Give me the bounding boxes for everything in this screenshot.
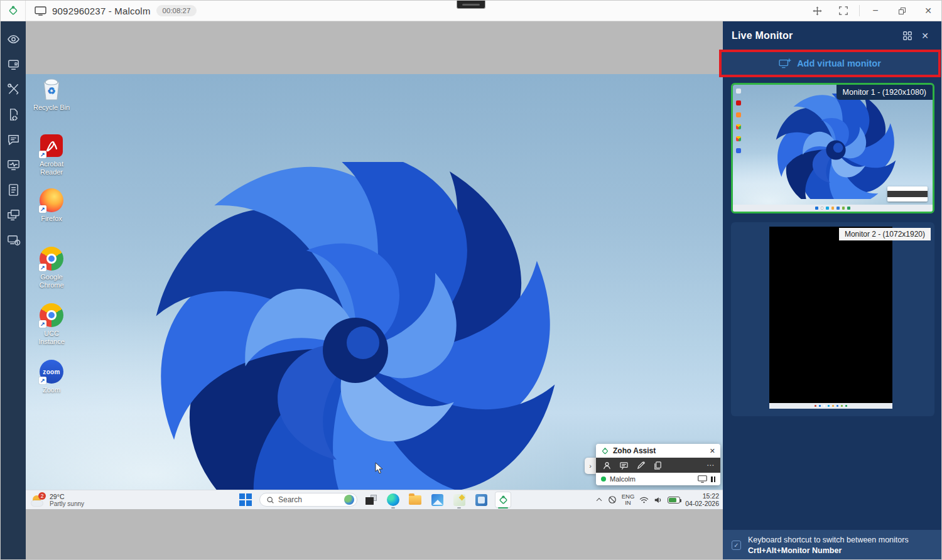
system-info-icon[interactable] [1, 227, 26, 252]
wifi-icon[interactable] [639, 496, 649, 504]
search-label: Search [278, 495, 340, 504]
session-title: 9092960237 - Malcolm [52, 6, 151, 16]
weather-temp: 29°C [50, 493, 84, 500]
desktop-icon-label: Acrobat Reader [31, 160, 72, 176]
weather-widget[interactable]: 2 29°C Partly sunny [31, 492, 84, 507]
annotate-pen-icon[interactable] [636, 461, 646, 470]
edge-button[interactable] [385, 492, 401, 508]
clock[interactable]: 15:22 04-02-2026 [685, 492, 719, 507]
monitor-icon[interactable] [698, 475, 707, 483]
session-notes-icon[interactable] [1, 177, 26, 202]
notifications-off-icon[interactable] [608, 495, 617, 504]
session-timer: 00:08:27 [156, 5, 197, 16]
paint-button[interactable] [451, 492, 467, 508]
search-icon [266, 496, 274, 504]
assist-widget-toolbar [596, 458, 720, 473]
chat-icon[interactable] [619, 461, 629, 470]
assist-widget-status: Malcolm [596, 473, 720, 485]
monitor-2-label: Monitor 2 - (1072x1920) [839, 228, 931, 240]
monitor-1-preview [733, 85, 933, 212]
window-controls [804, 1, 941, 21]
mini-taskbar [733, 205, 933, 212]
file-explorer-icon [409, 495, 421, 505]
monitor-1-thumbnail[interactable]: Monitor 1 - (1920x1080) [731, 83, 934, 213]
task-view-icon [365, 495, 377, 505]
shortcut-arrow-icon [39, 264, 46, 271]
tray-expand-icon[interactable] [595, 496, 603, 503]
remote-monitor-icon[interactable] [1, 51, 26, 77]
mini-assist-widget [887, 186, 928, 202]
shortcut-arrow-icon [39, 205, 46, 213]
zoho-assist-taskbar-button[interactable] [495, 492, 511, 508]
taskbar-search[interactable]: Search [259, 493, 357, 507]
remote-desktop[interactable]: ♻ Recycle Bin Acrobat Reader [26, 74, 723, 509]
assist-widget-title: Zoho Assist [613, 446, 706, 455]
close-button[interactable] [915, 1, 941, 21]
zoho-assist-logo [1, 1, 26, 21]
volume-icon[interactable] [654, 496, 663, 504]
tool-sidebar [1, 21, 26, 560]
assist-user-name: Malcolm [610, 475, 694, 483]
multi-monitor-icon[interactable] [1, 202, 26, 227]
desktop-icon-label: Zoom [43, 386, 60, 394]
clipboard-icon[interactable] [653, 461, 663, 470]
minimize-button[interactable] [862, 1, 889, 21]
desktop-icon-firefox[interactable]: Firefox [31, 187, 72, 223]
add-virtual-monitor-button[interactable]: Add virtual monitor [722, 52, 938, 75]
tools-icon[interactable] [1, 77, 26, 102]
assist-widget: Zoho Assist Malcolm [596, 444, 720, 485]
panel-header: Live Monitor [723, 21, 942, 50]
windows-bloom-wallpaper [63, 162, 647, 509]
live-monitor-panel: Live Monitor Add virtual monitor [723, 21, 942, 560]
zoho-assist-logo-small [601, 447, 609, 455]
pause-session-icon[interactable] [711, 477, 715, 482]
participants-icon[interactable] [602, 461, 612, 470]
monitor-2-preview [769, 227, 892, 409]
move-window-icon[interactable] [804, 1, 830, 21]
file-explorer-button[interactable] [407, 492, 423, 508]
shortcut-arrow-icon [39, 377, 46, 384]
language-indicator[interactable]: ENG IN [622, 493, 635, 506]
restore-button[interactable] [889, 1, 915, 21]
remote-viewport: ♻ Recycle Bin Acrobat Reader [26, 21, 942, 560]
monitor-2-thumbnail[interactable]: Monitor 2 - (1072x1920) [731, 222, 934, 416]
shortcut-checkbox[interactable] [732, 541, 741, 550]
svg-text:♻: ♻ [47, 85, 55, 96]
snipping-tool-button[interactable] [473, 492, 489, 508]
assist-widget-close-icon[interactable] [710, 447, 715, 455]
more-options-icon[interactable] [706, 461, 714, 470]
desktop-icon-label: UCC Instance [31, 330, 72, 345]
panel-footer: Keyboard shortcut to switch between moni… [723, 530, 942, 560]
battery-icon[interactable] [668, 497, 680, 503]
panel-close-icon[interactable] [916, 27, 934, 45]
taskbar-center: Search [237, 490, 511, 509]
paint-icon [453, 494, 465, 506]
start-button[interactable] [237, 492, 254, 508]
toolbar-handle[interactable] [457, 1, 485, 9]
desktop-icon-google-chrome[interactable]: Google Chrome [31, 245, 72, 289]
tray-date: 04-02-2026 [685, 500, 719, 507]
weather-icon: 2 [31, 492, 46, 507]
photos-button[interactable] [429, 492, 445, 508]
assist-widget-collapse-tab[interactable] [585, 458, 596, 474]
windows-taskbar: 2 29°C Partly sunny Search [26, 490, 723, 509]
desktop-icon-acrobat-reader[interactable]: Acrobat Reader [31, 132, 72, 176]
recycle-bin-icon: ♻ [38, 76, 65, 102]
system-tray: ENG IN 15:22 04-02-2026 [595, 490, 719, 509]
desktop-icon-zoom[interactable]: zoom Zoom [31, 358, 72, 394]
mini-taskbar [769, 403, 892, 409]
assist-widget-titlebar[interactable]: Zoho Assist [596, 444, 720, 458]
chat-icon[interactable] [1, 127, 26, 152]
grid-view-icon[interactable] [899, 27, 916, 45]
weather-badge: 2 [38, 492, 46, 500]
diagnostics-icon[interactable] [1, 152, 26, 177]
desktop-icon-recycle-bin[interactable]: ♻ Recycle Bin [31, 76, 72, 112]
view-icon[interactable] [1, 26, 26, 51]
fullscreen-icon[interactable] [830, 1, 857, 21]
desktop-icon-label: Google Chrome [31, 273, 72, 289]
desktop-icon-ucc-instance[interactable]: UCC Instance [31, 302, 72, 345]
desktop-icon-label: Recycle Bin [33, 104, 70, 112]
app-body: ♻ Recycle Bin Acrobat Reader [1, 21, 942, 560]
task-view-button[interactable] [363, 492, 379, 508]
file-transfer-icon[interactable] [1, 102, 26, 127]
